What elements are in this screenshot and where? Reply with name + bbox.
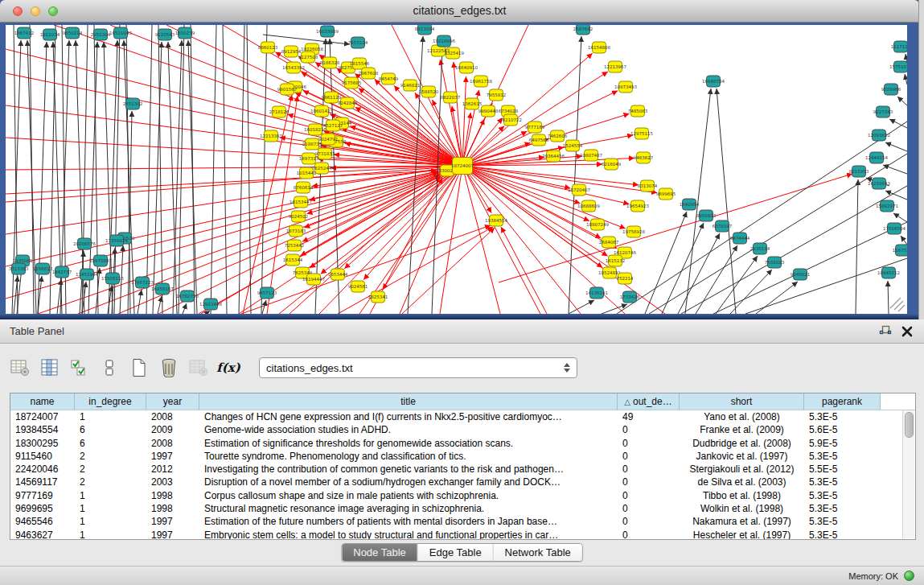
graph-node[interactable]: 14136141 — [585, 287, 608, 299]
graph-node[interactable]: 12444154 — [865, 152, 888, 163]
graph-node[interactable]: 1015441 — [297, 167, 317, 179]
tab-edge-table[interactable]: Edge Table — [418, 544, 494, 561]
graph-node[interactable]: 16154808 — [588, 42, 610, 53]
graph-node[interactable]: 12093822 — [868, 130, 890, 141]
graph-node[interactable]: 8813054 — [415, 25, 435, 35]
graph-node[interactable]: 2718126 — [269, 106, 290, 117]
graph-node[interactable]: 7955812 — [487, 89, 507, 101]
graph-node[interactable]: 1117123 — [891, 41, 907, 52]
graph-node[interactable]: 2687682 — [573, 25, 593, 35]
graph-node[interactable]: 7632023 — [765, 257, 785, 268]
graph-node[interactable]: 12975115 — [630, 128, 653, 139]
tab-node-table[interactable]: Node Table — [342, 544, 418, 561]
graph-node[interactable]: 9463627 — [634, 152, 654, 163]
graph-node[interactable]: 7253442 — [285, 240, 305, 251]
graph-node[interactable]: 9699695 — [656, 188, 676, 200]
graph-node[interactable]: 16521043 — [109, 27, 132, 39]
graph-node[interactable]: 9146821 — [400, 80, 421, 91]
graph-node[interactable]: 12923448 — [199, 299, 222, 310]
graph-node[interactable]: 752214 — [617, 273, 634, 284]
graph-node[interactable]: 7462606 — [548, 130, 568, 142]
graph-node[interactable]: 1615132 — [606, 255, 626, 266]
column-header-out_de[interactable]: △out_de… — [618, 393, 680, 410]
graph-node[interactable]: 16640910 — [455, 62, 478, 73]
graph-node[interactable]: 16033809 — [316, 26, 339, 37]
graph-node[interactable]: 9245021 — [791, 269, 811, 280]
select-all-icon[interactable] — [69, 357, 90, 378]
graph-node[interactable]: 8215953 — [849, 166, 869, 177]
resize-grip-icon[interactable] — [890, 298, 905, 311]
graph-node[interactable]: 9650214 — [63, 27, 83, 39]
table-scrollbar-thumb[interactable] — [905, 412, 914, 438]
graph-node[interactable]: 10975887 — [89, 255, 112, 266]
graph-node[interactable]: 10973493 — [614, 81, 637, 93]
function-builder-icon[interactable]: f(x) — [218, 357, 239, 378]
delete-table-icon[interactable] — [158, 357, 179, 378]
graph-node[interactable]: 9227343 — [873, 106, 893, 117]
graph-node[interactable]: 9457123 — [257, 287, 277, 299]
graph-node[interactable]: 15751074 — [889, 61, 907, 72]
graph-node[interactable]: 15505115 — [101, 273, 124, 284]
graph-node[interactable]: 9024502 — [289, 211, 309, 222]
network-canvas[interactable]: 1832541916640910169617587955812136261599… — [6, 25, 907, 314]
graph-node[interactable]: 10688609 — [577, 200, 600, 212]
graph-node[interactable]: 18601423 — [310, 105, 333, 117]
column-header-short[interactable]: short — [680, 393, 804, 410]
column-header-in_degree[interactable]: in_degree — [75, 393, 146, 410]
graph-node[interactable]: 16958107 — [151, 283, 174, 295]
graph-node[interactable]: 2935114 — [750, 243, 770, 254]
graph-node[interactable]: 12213383 — [260, 130, 282, 142]
graph-node[interactable]: 9175685 — [342, 77, 362, 89]
graph-node[interactable]: 1588520 — [419, 86, 439, 97]
graph-node[interactable]: 8760614 — [294, 182, 314, 193]
graph-node[interactable]: 16153447 — [290, 196, 312, 208]
graph-node[interactable]: 8822037 — [441, 92, 461, 103]
float-window-icon[interactable] — [879, 325, 892, 337]
graph-node[interactable]: 2651302 — [123, 98, 143, 109]
graph-node[interactable]: 8313074 — [638, 180, 658, 192]
graph-node[interactable]: 1653444 — [328, 269, 348, 280]
graph-node[interactable]: 9120543 — [155, 29, 175, 40]
show-columns-icon[interactable] — [39, 357, 60, 378]
graph-node[interactable]: 2867608 — [359, 68, 379, 79]
graph-node[interactable]: 7485063 — [628, 105, 648, 117]
graph-node[interactable]: 1524554 — [563, 140, 583, 151]
graph-node[interactable]: 18724007 — [451, 158, 474, 175]
graph-node[interactable]: 9777169 — [525, 122, 545, 133]
table-row[interactable]: 1456911722003Disruption of a novel membe… — [10, 476, 915, 488]
table-row[interactable]: 977716911998Corpus callosum shape and si… — [10, 489, 915, 502]
table-row[interactable]: 1830029562008Estimation of significance … — [10, 437, 915, 450]
tab-network-table[interactable]: Network Table — [494, 544, 582, 561]
graph-node[interactable]: 8186328 — [320, 57, 340, 68]
create-table-icon[interactable] — [129, 357, 150, 378]
graph-node[interactable]: 1867412 — [14, 27, 35, 39]
graph-node[interactable]: 8860123 — [258, 42, 278, 53]
graph-node[interactable]: 7857224 — [348, 37, 368, 48]
memory-status-icon[interactable] — [904, 571, 914, 581]
column-header-pagerank[interactable]: pagerank — [804, 393, 881, 410]
graph-node[interactable]: 19654923 — [626, 200, 649, 212]
graph-node[interactable]: 9474444 — [730, 233, 750, 244]
table-selector-combobox[interactable]: citations_edges.txt — [259, 357, 577, 378]
table-settings-icon[interactable] — [10, 357, 31, 378]
graph-node[interactable]: 11451944 — [76, 269, 98, 280]
table-scrollbar[interactable] — [902, 410, 914, 538]
graph-node[interactable]: 16782753 — [176, 290, 199, 302]
row-height-icon[interactable] — [99, 357, 120, 378]
graph-node[interactable]: 6216049 — [602, 159, 622, 170]
graph-node[interactable]: 9329966 — [881, 84, 901, 95]
graph-node[interactable]: 9990448 — [478, 105, 499, 117]
graph-node[interactable]: 8454749 — [379, 73, 399, 84]
graph-node[interactable]: 10807487 — [580, 150, 602, 161]
graph-node[interactable]: 20206576 — [73, 238, 96, 249]
graph-node[interactable]: 19756928 — [622, 226, 645, 237]
graph-node[interactable]: 1167533 — [893, 245, 907, 256]
graph-node[interactable]: 2051304 — [91, 29, 111, 40]
table-row[interactable]: 946362711997Embryonic stem cells: a mode… — [10, 529, 915, 540]
table-row[interactable]: 969969511998Structural magnetic resonanc… — [10, 502, 915, 515]
graph-node[interactable]: 1156813 — [33, 263, 53, 274]
graph-node[interactable]: 16961758 — [470, 76, 492, 87]
citation-network-graph[interactable]: 1832541916640910169617587955812136261599… — [6, 25, 907, 314]
table-row[interactable]: 911546021997Tourette syndrome. Phenomeno… — [10, 450, 915, 463]
graph-node[interactable]: 1942737 — [52, 266, 72, 278]
